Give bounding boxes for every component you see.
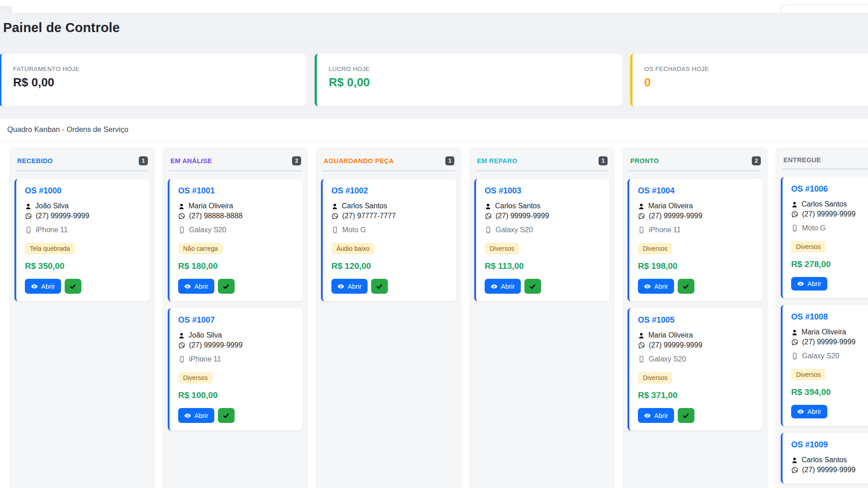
kanban-column: EM ANÁLISE 2 OS #1001 Maria Oliveira (27…	[162, 147, 308, 488]
complete-os-button[interactable]	[678, 279, 694, 294]
os-client-line: Maria Oliveira	[791, 328, 868, 336]
whatsapp-icon	[638, 342, 645, 349]
os-phone-number: (27) 97777-7777	[342, 212, 396, 220]
os-price: R$ 120,00	[331, 261, 449, 271]
kanban-column-count-badge: 1	[445, 156, 454, 165]
os-price: R$ 198,00	[638, 261, 755, 271]
os-actions: Abrir	[638, 408, 755, 423]
eye-icon	[184, 283, 191, 290]
os-number: OS #1004	[638, 186, 755, 196]
os-device-line: Galaxy S20	[791, 352, 868, 360]
complete-os-button[interactable]	[218, 279, 235, 294]
open-os-button[interactable]: Abrir	[331, 279, 368, 294]
column-card-list: OS #1002 Carlos Santos (27) 97777-7777 M…	[321, 179, 456, 301]
eye-icon	[31, 283, 38, 290]
eye-icon	[797, 408, 804, 415]
os-phone-line: (27) 97777-7777	[331, 212, 449, 220]
os-card[interactable]: OS #1009 Carlos Santos (27) 99999-9999 A…	[781, 433, 868, 483]
eye-icon	[644, 283, 651, 290]
os-client-name: Carlos Santos	[802, 456, 847, 464]
os-client-line: Carlos Santos	[485, 202, 602, 210]
os-card[interactable]: OS #1001 Maria Oliveira (27) 98888-8888 …	[168, 179, 303, 301]
column-card-list: OS #1006 Carlos Santos (27) 99999-9999 M…	[781, 177, 868, 483]
eye-icon	[337, 283, 344, 290]
os-phone-line: (27) 99999-9999	[638, 341, 755, 349]
open-os-button[interactable]: Abrir	[638, 279, 674, 294]
open-os-button[interactable]: Abrir	[178, 408, 214, 423]
os-device-name: Moto G	[802, 224, 826, 232]
whatsapp-icon	[638, 212, 645, 220]
complete-os-button[interactable]	[65, 279, 81, 294]
os-number: OS #1002	[331, 186, 449, 196]
check-icon	[376, 283, 383, 290]
partial-panel-top-right	[781, 5, 868, 13]
open-os-button[interactable]: Abrir	[638, 408, 674, 423]
kanban-column: AGUARDANDO PEÇA 1 OS #1002 Carlos Santos…	[316, 147, 462, 488]
os-price: R$ 394,00	[791, 387, 868, 397]
os-issue-badge: Diversos	[791, 369, 826, 380]
os-card[interactable]: OS #1003 Carlos Santos (27) 99999-9999 G…	[474, 179, 609, 301]
complete-os-button[interactable]	[371, 279, 388, 294]
complete-os-button[interactable]	[218, 408, 235, 423]
os-device-name: iPhone 11	[189, 355, 221, 363]
complete-os-button[interactable]	[524, 279, 541, 294]
open-os-button[interactable]: Abrir	[178, 279, 214, 294]
stat-card: FATURAMENTO HOJE R$ 0,00	[0, 54, 307, 106]
os-device-line: iPhone 11	[25, 226, 142, 234]
column-card-list: OS #1003 Carlos Santos (27) 99999-9999 G…	[474, 179, 609, 301]
open-os-button-label: Abrir	[348, 283, 362, 290]
stat-card: OS FECHADAS HOJE 0	[630, 54, 868, 106]
os-device-line: iPhone 11	[178, 355, 296, 363]
kanban-column-title: ENTREGUE	[783, 156, 821, 164]
person-icon	[791, 329, 798, 336]
os-device-name: Galaxy S20	[649, 355, 686, 363]
os-card[interactable]: OS #1005 Maria Oliveira (27) 99999-9999 …	[627, 308, 763, 431]
kanban-column-header: EM REPARO 1	[474, 153, 609, 165]
os-client-line: Carlos Santos	[791, 456, 868, 464]
os-phone-line: (27) 99999-9999	[25, 212, 142, 220]
column-divider	[322, 170, 455, 171]
os-phone-line: (27) 99999-9999	[791, 338, 868, 346]
eye-icon	[491, 283, 498, 290]
os-client-name: Carlos Santos	[802, 200, 847, 208]
os-actions: Abrir	[178, 279, 296, 294]
os-number: OS #1000	[25, 186, 142, 196]
os-phone-number: (27) 99999-9999	[802, 466, 855, 474]
os-card[interactable]: OS #1000 João Silva (27) 99999-9999 iPho…	[14, 179, 150, 301]
open-os-button[interactable]: Abrir	[791, 277, 827, 291]
os-phone-number: (27) 99999-9999	[802, 210, 855, 218]
person-icon	[791, 201, 798, 208]
os-issue-badge: Diversos	[791, 241, 826, 253]
os-issue-badge: Diversos	[485, 243, 519, 254]
open-os-button[interactable]: Abrir	[791, 405, 827, 418]
os-card[interactable]: OS #1004 Maria Oliveira (27) 99999-9999 …	[627, 179, 763, 301]
open-os-button-label: Abrir	[654, 412, 668, 419]
kanban-column: RECEBIDO 1 OS #1000 João Silva (27) 9999…	[9, 147, 155, 488]
whatsapp-icon	[331, 212, 339, 220]
kanban-column: ENTREGUE OS #1006 Carlos Santos (27) 999…	[775, 147, 868, 488]
os-client-line: Maria Oliveira	[638, 331, 755, 339]
os-card[interactable]: OS #1006 Carlos Santos (27) 99999-9999 M…	[781, 177, 868, 298]
os-number: OS #1007	[178, 315, 296, 325]
os-issue-badge: Diversos	[638, 243, 672, 254]
open-os-button[interactable]: Abrir	[485, 279, 521, 294]
os-card[interactable]: OS #1007 João Silva (27) 99999-9999 iPho…	[168, 308, 303, 431]
os-device-name: Galaxy S20	[802, 352, 840, 360]
kanban-column-header: AGUARDANDO PEÇA 1	[321, 153, 456, 165]
mobile-phone-icon	[25, 226, 32, 234]
column-divider	[16, 170, 148, 171]
os-card[interactable]: OS #1002 Carlos Santos (27) 97777-7777 M…	[321, 179, 456, 301]
os-client-name: João Silva	[35, 202, 69, 210]
os-client-line: João Silva	[178, 331, 296, 339]
complete-os-button[interactable]	[678, 408, 694, 423]
os-card[interactable]: OS #1008 Maria Oliveira (27) 99999-9999 …	[781, 305, 868, 426]
open-os-button[interactable]: Abrir	[25, 279, 61, 294]
check-icon	[682, 283, 689, 290]
os-phone-number: (27) 99999-9999	[36, 212, 89, 220]
open-os-button-label: Abrir	[41, 283, 55, 290]
column-divider	[629, 170, 761, 171]
mobile-phone-icon	[178, 356, 185, 363]
os-issue-badge: Não carrega	[178, 243, 223, 254]
open-os-button-label: Abrir	[194, 283, 208, 290]
os-phone-line: (27) 99999-9999	[638, 212, 755, 220]
